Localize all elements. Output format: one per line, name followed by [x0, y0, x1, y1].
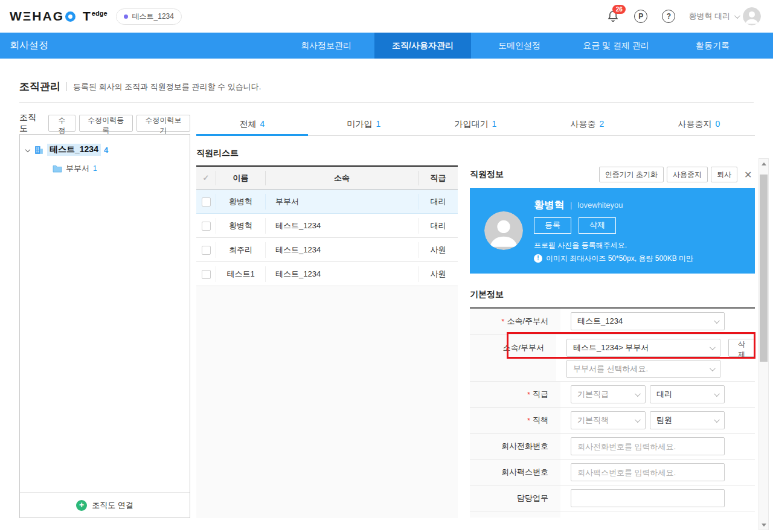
- profile-name: 황병혁: [534, 198, 565, 212]
- partial-label: [470, 511, 560, 518]
- cell-rank: 대리: [418, 218, 458, 234]
- retire-button[interactable]: 퇴사: [711, 167, 737, 182]
- row-checkbox[interactable]: [202, 197, 211, 207]
- profile-info: 황병혁 | lovewhiteyou 등록 삭제 프로필 사진을 등록해주세요.…: [534, 198, 693, 264]
- employee-detail-panel: 직원정보 인증기기 초기화 사용중지 퇴사 ✕: [470, 136, 755, 518]
- suspend-button[interactable]: 사용중지: [667, 167, 708, 182]
- tab-in-use[interactable]: 사용중2: [531, 114, 643, 135]
- topbar-right: 26 P ? 황병혁 대리: [605, 7, 761, 25]
- nav-tab-billing[interactable]: 요금 및 결제 관리: [568, 33, 664, 59]
- position-type-select[interactable]: 기본직책: [571, 411, 646, 429]
- notification-button[interactable]: 26: [605, 8, 621, 24]
- nav-tab-domain[interactable]: 도메인설정: [471, 33, 568, 59]
- title-divider: [66, 82, 67, 91]
- tab-suspended[interactable]: 사용중지0: [643, 114, 755, 135]
- org-connect-button[interactable]: + 조직도 연결: [20, 492, 190, 518]
- main-dept-select[interactable]: 테스트_1234: [571, 312, 725, 330]
- reset-device-button[interactable]: 인증기기 초기화: [599, 167, 664, 182]
- profile-buttons: 등록 삭제: [534, 217, 693, 234]
- wehago-logo[interactable]: WΞHAG T edge: [10, 9, 107, 24]
- position-type-selected: 기본직책: [577, 415, 609, 426]
- chevron-down-icon: [710, 365, 716, 371]
- nav-tab-activity[interactable]: 활동기록: [664, 33, 761, 59]
- scroll-down-button[interactable]: [759, 520, 768, 530]
- sub-dept-delete-button[interactable]: 삭제: [728, 339, 755, 357]
- sub-dept-add-select[interactable]: 부부서를 선택하세요.: [566, 360, 720, 378]
- cell-rank: 대리: [418, 194, 458, 210]
- org-edit-button[interactable]: 수정: [48, 115, 75, 132]
- company-badge[interactable]: 테스트_1234: [116, 8, 182, 25]
- nav-tab-org-users[interactable]: 조직/사용자관리: [374, 33, 471, 59]
- tab-count: 0: [716, 119, 720, 129]
- tree-expand-icon[interactable]: [25, 147, 30, 152]
- org-connect-label: 조직도 연결: [92, 500, 133, 511]
- table-header: ✓ 이름 소속 직급: [196, 167, 458, 190]
- table-row[interactable]: 최주리 테스트_1234 사원: [196, 238, 458, 262]
- row-checkbox[interactable]: [202, 246, 211, 255]
- duty-input[interactable]: [571, 489, 725, 507]
- cell-name: 황병혁: [216, 218, 265, 234]
- form-row-fax: 회사팩스번호: [470, 460, 755, 486]
- help-icon: ?: [662, 10, 675, 23]
- company-phone-input[interactable]: [571, 437, 725, 455]
- list-empty-area: [196, 286, 458, 518]
- row-checkbox[interactable]: [202, 270, 211, 279]
- status-tabs: 전체4 미가입1 가입대기1 사용중2 사용중지0: [196, 114, 755, 136]
- table-row[interactable]: 테스트1 테스트_1234 사원: [196, 262, 458, 286]
- tab-pending[interactable]: 가입대기1: [420, 114, 531, 135]
- tab-count: 2: [600, 119, 605, 129]
- partner-button[interactable]: P: [633, 8, 649, 24]
- detail-header: 직원정보 인증기기 초기화 사용중지 퇴사 ✕: [470, 166, 755, 183]
- tab-label: 가입대기: [455, 119, 489, 129]
- rank-label: * 직급: [470, 382, 560, 407]
- cell-dept: 테스트_1234: [265, 218, 418, 234]
- logo-o-icon: [65, 11, 75, 22]
- scrollbar-thumb[interactable]: [760, 175, 768, 362]
- tree-node-subdept[interactable]: 부부서 1: [53, 163, 184, 174]
- page: WΞHAG T edge 테스트_1234 26 P ? 황병혁 대: [0, 0, 773, 532]
- required-mark: *: [527, 416, 530, 425]
- tree-node-company[interactable]: 테스트_1234 4: [26, 144, 184, 156]
- table-row[interactable]: 황병혁 부부서 대리: [196, 190, 458, 214]
- navbar-title: 회사설정: [10, 39, 48, 52]
- column-header-dept: 소속: [265, 171, 418, 185]
- sub-dept-select[interactable]: 테스트_1234> 부부서: [566, 339, 720, 357]
- nav-tab-label: 요금 및 결제 관리: [583, 40, 649, 51]
- photo-delete-button[interactable]: 삭제: [579, 217, 616, 234]
- nav-tab-company-info[interactable]: 회사정보관리: [278, 33, 374, 59]
- tab-not-joined[interactable]: 미가입1: [308, 114, 420, 135]
- folder-icon: [53, 164, 62, 173]
- org-tree-panel: 테스트_1234 4 부부서 1 + 조직도 연결: [19, 134, 190, 518]
- position-select[interactable]: 팀원: [650, 411, 725, 429]
- table-row[interactable]: 황병혁 테스트_1234 대리: [196, 214, 458, 238]
- vertical-scrollbar[interactable]: [759, 158, 769, 530]
- main-dept-label-text: 소속/주부서: [507, 316, 548, 327]
- profile-avatar[interactable]: [484, 211, 523, 250]
- user-menu[interactable]: 황병혁 대리: [688, 7, 761, 25]
- chevron-down-icon: [710, 344, 716, 350]
- check-all-icon[interactable]: ✓: [196, 173, 216, 182]
- cell-dept: 테스트_1234: [265, 266, 418, 282]
- page-description: 등록된 회사의 조직과 직원정보를 관리할 수 있습니다.: [73, 82, 261, 92]
- close-icon[interactable]: ✕: [740, 167, 755, 182]
- rank-type-select[interactable]: 기본직급: [571, 385, 646, 403]
- company-fax-input[interactable]: [571, 463, 725, 481]
- tab-all[interactable]: 전체4: [196, 114, 308, 135]
- sub-dept-selected: 테스트_1234> 부부서: [573, 342, 649, 353]
- avatar[interactable]: [743, 7, 761, 25]
- sub-dept-row: 테스트_1234> 부부서 삭제: [566, 339, 755, 357]
- scroll-up-button[interactable]: [759, 159, 768, 168]
- title-rule: [19, 102, 754, 103]
- fax-value: [560, 460, 755, 485]
- org-history-register-button[interactable]: 수정이력등록: [79, 115, 133, 132]
- cell-dept: 부부서: [265, 194, 418, 210]
- photo-register-button[interactable]: 등록: [534, 217, 571, 234]
- main-dept-selected: 테스트_1234: [577, 316, 623, 327]
- profile-card: 황병혁 | lovewhiteyou 등록 삭제 프로필 사진을 등록해주세요.…: [470, 188, 755, 274]
- tab-count: 1: [376, 119, 381, 129]
- rank-select[interactable]: 대리: [650, 385, 725, 403]
- row-checkbox[interactable]: [202, 222, 211, 231]
- help-button[interactable]: ?: [661, 8, 676, 24]
- org-history-view-button[interactable]: 수정이력보기: [136, 115, 190, 132]
- fax-label: 회사팩스번호: [470, 460, 560, 485]
